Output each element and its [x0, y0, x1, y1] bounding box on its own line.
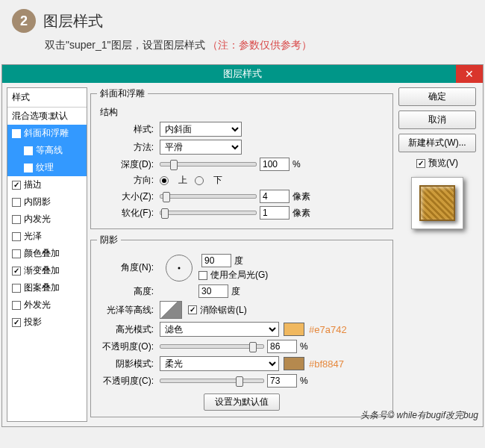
bevel-legend: 斜面和浮雕 [97, 87, 148, 100]
style-checkbox[interactable] [12, 249, 21, 258]
soften-unit: 像素 [292, 207, 310, 220]
preview-thumbnail [411, 177, 463, 229]
gloss-contour-picker[interactable] [160, 301, 182, 319]
antialias-checkbox[interactable] [188, 305, 197, 314]
direction-up-radio[interactable] [160, 176, 169, 185]
make-default-button[interactable]: 设置为默认值 [204, 393, 280, 411]
step-badge: 2 [12, 9, 36, 33]
direction-label: 方向: [97, 174, 160, 187]
structure-label: 结构 [100, 106, 387, 119]
shadow-color-swatch[interactable] [284, 357, 304, 370]
style-item[interactable]: 投影 [7, 314, 87, 331]
soften-label: 软化(F): [97, 207, 160, 220]
style-item[interactable]: 渐变叠加 [7, 262, 87, 279]
style-checkbox[interactable] [12, 181, 21, 190]
style-item-label: 内阴影 [24, 196, 51, 208]
style-item[interactable]: 等高线 [7, 142, 87, 159]
shadow-mode-label: 阴影模式: [97, 358, 160, 370]
style-checkbox[interactable] [12, 284, 21, 293]
new-style-button[interactable]: 新建样式(W)... [398, 134, 476, 152]
cancel-button[interactable]: 取消 [398, 111, 476, 129]
size-unit: 像素 [292, 190, 310, 203]
global-light-label: 使用全局光(G) [210, 269, 268, 281]
angle-input[interactable] [201, 254, 231, 267]
shadow-hex: #bf8847 [309, 358, 344, 370]
style-checkbox[interactable] [24, 164, 33, 172]
altitude-input[interactable] [198, 284, 228, 298]
style-item[interactable]: 图案叠加 [7, 279, 87, 296]
shadow-opacity-unit: % [300, 376, 308, 386]
shading-fieldset: 阴影 角度(N): 度 使用全局光(G) [90, 234, 393, 417]
shadow-opacity-slider[interactable] [160, 379, 264, 383]
style-item-label: 投影 [24, 316, 42, 329]
preview-label: 预览(V) [428, 157, 458, 169]
desc-note: （注：参数仅供参考） [207, 39, 312, 51]
page-title: 图层样式 [43, 11, 103, 31]
style-checkbox[interactable] [12, 215, 21, 224]
style-item[interactable]: 内发光 [7, 211, 87, 228]
style-item-label: 图案叠加 [24, 281, 60, 294]
highlight-color-swatch[interactable] [284, 323, 304, 336]
altitude-unit: 度 [231, 285, 240, 298]
size-slider[interactable] [160, 194, 257, 199]
highlight-opacity-input[interactable] [267, 340, 297, 353]
preview-checkbox[interactable] [416, 159, 425, 168]
style-item-label: 等高线 [36, 144, 63, 157]
style-item-label: 光泽 [24, 230, 42, 243]
shadow-opacity-label: 不透明度(C): [97, 375, 160, 388]
global-light-checkbox[interactable] [198, 271, 207, 280]
preview-swatch [419, 185, 455, 221]
depth-slider[interactable] [160, 162, 257, 167]
dialog-title: 图层样式 [223, 67, 262, 81]
style-item-label: 描边 [24, 178, 42, 191]
style-label: 样式: [97, 123, 160, 136]
style-item[interactable]: 描边 [7, 176, 87, 193]
highlight-opacity-unit: % [300, 341, 308, 352]
shadow-opacity-input[interactable] [267, 374, 297, 388]
depth-label: 深度(D): [97, 158, 160, 171]
style-checkbox[interactable] [12, 301, 21, 310]
style-checkbox[interactable] [12, 198, 21, 207]
style-checkbox[interactable] [12, 129, 21, 138]
size-input[interactable] [260, 190, 290, 203]
blend-options-item[interactable]: 混合选项:默认 [7, 108, 87, 125]
ok-button[interactable]: 确定 [398, 87, 476, 106]
soften-slider[interactable] [160, 211, 257, 215]
styles-list: 样式 混合选项:默认 斜面和浮雕等高线纹理描边内阴影内发光光泽颜色叠加渐变叠加图… [7, 87, 87, 422]
style-checkbox[interactable] [12, 232, 21, 241]
style-item[interactable]: 光泽 [7, 228, 87, 245]
shadow-mode-select[interactable]: 柔光 [160, 356, 279, 371]
style-item[interactable]: 内阴影 [7, 193, 87, 211]
bevel-fieldset: 斜面和浮雕 结构 样式: 内斜面 方法: 平滑 深度(D): % 方向: [90, 87, 393, 229]
depth-unit: % [292, 159, 301, 169]
style-item-label: 纹理 [36, 161, 54, 174]
bevel-emboss-panel: 斜面和浮雕 结构 样式: 内斜面 方法: 平滑 深度(D): % 方向: [90, 87, 393, 422]
page-description: 双击"super_1"图层，设置图层样式 （注：参数仅供参考） [45, 39, 473, 52]
angle-unit: 度 [234, 255, 243, 267]
altitude-label: 高度: [97, 285, 160, 298]
style-checkbox[interactable] [12, 267, 21, 276]
style-item[interactable]: 外发光 [7, 296, 87, 314]
style-item[interactable]: 纹理 [7, 159, 87, 176]
highlight-mode-select[interactable]: 滤色 [160, 322, 279, 337]
style-item-label: 内发光 [24, 213, 51, 225]
style-checkbox[interactable] [12, 318, 21, 327]
style-checkbox[interactable] [24, 146, 33, 155]
style-item[interactable]: 斜面和浮雕 [7, 125, 87, 142]
highlight-opacity-slider[interactable] [160, 344, 264, 349]
highlight-mode-label: 高光模式: [97, 323, 160, 336]
angle-control[interactable] [166, 255, 193, 281]
dialog-buttons: 确定 取消 新建样式(W)... 预览(V) [396, 87, 478, 422]
technique-select[interactable]: 平滑 [160, 140, 242, 155]
direction-down-radio[interactable] [195, 176, 204, 185]
highlight-hex: #e7a742 [309, 324, 347, 335]
depth-input[interactable] [260, 158, 290, 171]
style-item-label: 外发光 [24, 299, 51, 311]
desc-text: 双击"super_1"图层，设置图层样式 [45, 39, 205, 51]
style-item[interactable]: 颜色叠加 [7, 245, 87, 262]
layer-style-dialog: 图层样式 ✕ 样式 混合选项:默认 斜面和浮雕等高线纹理描边内阴影内发光光泽颜色… [1, 64, 484, 427]
direction-down-label: 下 [213, 174, 222, 187]
soften-input[interactable] [260, 206, 290, 220]
close-button[interactable]: ✕ [456, 65, 483, 83]
style-select[interactable]: 内斜面 [160, 122, 242, 137]
